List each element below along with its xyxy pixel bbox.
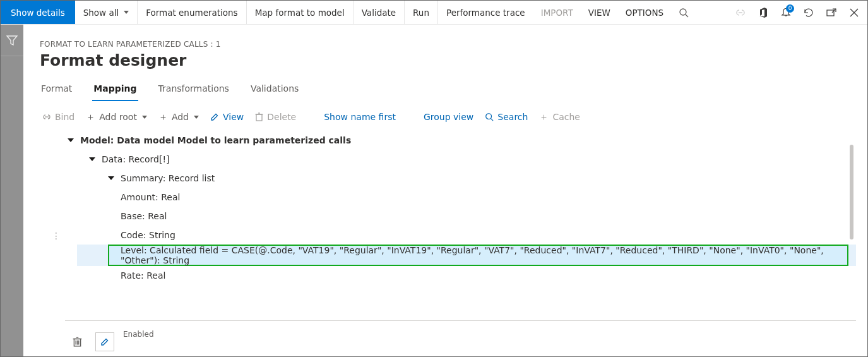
chevron-down-icon [194,116,199,119]
tree-node-data[interactable]: Data: Record[!] [36,150,867,169]
svg-rect-7 [256,114,262,121]
close-button[interactable] [848,7,860,18]
filter-icon [6,35,18,45]
add-root-button[interactable]: ＋Add root [86,112,147,122]
tree-node-code[interactable]: Code: String [36,226,867,245]
show-details-button[interactable]: Show details [1,1,75,24]
link-icon [42,113,51,121]
left-filter-rail [1,25,23,356]
tree-node-rate[interactable]: Rate: Real [36,266,867,285]
collapse-icon[interactable] [88,155,97,164]
breadcrumb: FORMAT TO LEARN PARAMETERIZED CALLS : 1 [23,25,867,49]
show-name-first-toggle[interactable]: Show name first [324,112,396,122]
notifications-button[interactable]: 0 [780,7,792,18]
add-button[interactable]: ＋Add [158,112,199,122]
chevron-down-icon [142,116,147,119]
validate-button[interactable]: Validate [354,1,405,24]
cache-button[interactable]: ＋Cache [539,112,580,122]
tab-mapping[interactable]: Mapping [92,80,138,101]
enabled-label: Enabled [123,330,853,339]
filter-button[interactable] [1,25,23,56]
map-format-to-model-button[interactable]: Map format to model [247,1,354,24]
delete-property-button[interactable] [68,332,86,351]
page-title: Format designer [23,49,867,76]
plus-icon: ＋ [86,112,95,122]
trash-icon [255,112,263,121]
bind-button[interactable]: Bind [42,112,74,122]
link-icon[interactable] [735,7,746,18]
tab-validations[interactable]: Validations [249,80,300,101]
svg-marker-6 [7,36,17,45]
performance-trace-button[interactable]: Performance trace [438,1,533,24]
tree-node-summary[interactable]: Summary: Record list [36,169,867,188]
run-button[interactable]: Run [405,1,438,24]
plus-icon: ＋ [539,112,549,122]
mapping-toolbar: Bind ＋Add root ＋Add View Delete Show nam [23,102,867,128]
show-all-button[interactable]: Show all [75,1,138,24]
trash-icon [73,337,82,347]
format-enumerations-button[interactable]: Format enumerations [138,1,246,24]
datasource-tree: Model: Data model Model to learn paramet… [23,128,867,285]
search-button-2[interactable]: Search [485,112,528,122]
popout-button[interactable] [826,7,837,18]
collapse-icon[interactable] [107,174,116,183]
edit-property-button[interactable] [95,332,114,351]
svg-point-10 [486,114,492,119]
tree-node-level-selected[interactable]: Level: Calculated field = CASE(@.Code, "… [108,245,848,266]
search-icon [485,112,494,121]
enabled-field[interactable] [123,340,853,354]
svg-line-11 [491,119,494,121]
tab-strip: Format Mapping Transformations Validatio… [23,76,867,102]
view-button[interactable]: View [210,112,244,122]
delete-button[interactable]: Delete [255,112,296,122]
properties-panel: Enabled [65,320,856,354]
search-button[interactable] [671,1,696,24]
pencil-icon [100,337,109,346]
tree-node-amount[interactable]: Amount: Real [36,188,867,207]
refresh-button[interactable] [803,7,814,18]
plus-icon: ＋ [158,112,168,122]
collapse-icon[interactable] [66,136,75,145]
import-menu[interactable]: IMPORT [533,1,581,24]
tree-node-base[interactable]: Base: Real [36,207,867,226]
vertical-scrollbar[interactable] [850,145,853,239]
svg-line-1 [686,15,688,17]
tree-root[interactable]: Model: Data model Model to learn paramet… [36,131,867,150]
notifications-badge: 0 [786,4,794,13]
chevron-down-icon [124,11,129,14]
pencil-icon [210,112,219,121]
group-view-button[interactable]: Group view [424,112,473,122]
view-menu[interactable]: VIEW [581,1,618,24]
office-icon[interactable] [758,7,769,18]
app-toolbar: Show details Show all Format enumeration… [1,1,867,25]
tab-format[interactable]: Format [40,80,73,101]
svg-point-0 [680,9,686,15]
tab-transformations[interactable]: Transformations [157,80,230,101]
options-menu[interactable]: OPTIONS [618,1,671,24]
svg-rect-2 [827,10,834,16]
search-icon [679,8,689,18]
